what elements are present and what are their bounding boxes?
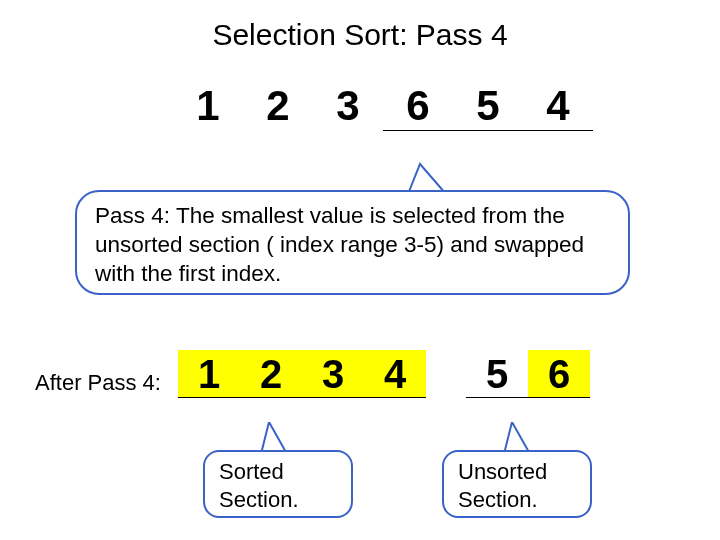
array-cell-sorted: 3 (302, 350, 364, 398)
array-cell: 1 (173, 82, 243, 130)
array-cell-unsorted: 5 (466, 350, 528, 398)
array-cell: 6 (383, 82, 453, 130)
sorted-section-callout: Sorted Section. (203, 450, 353, 518)
unsorted-section-callout: Unsorted Section. (442, 450, 592, 518)
gap (426, 350, 466, 398)
explanation-callout: Pass 4: The smallest value is selected f… (75, 190, 630, 295)
underline (466, 397, 590, 398)
page-title: Selection Sort: Pass 4 (0, 18, 720, 52)
underline (383, 130, 593, 131)
after-array: 1 2 3 4 5 6 (178, 350, 590, 398)
before-array: 1 2 3 6 5 4 (173, 82, 593, 130)
underline (178, 397, 426, 398)
array-cell: 4 (523, 82, 593, 130)
array-cell-unsorted: 6 (528, 350, 590, 398)
array-cell: 2 (243, 82, 313, 130)
after-label: After Pass 4: (35, 370, 161, 396)
array-cell: 5 (453, 82, 523, 130)
array-cell-sorted: 2 (240, 350, 302, 398)
array-cell: 3 (313, 82, 383, 130)
array-cell-sorted: 4 (364, 350, 426, 398)
array-cell-sorted: 1 (178, 350, 240, 398)
